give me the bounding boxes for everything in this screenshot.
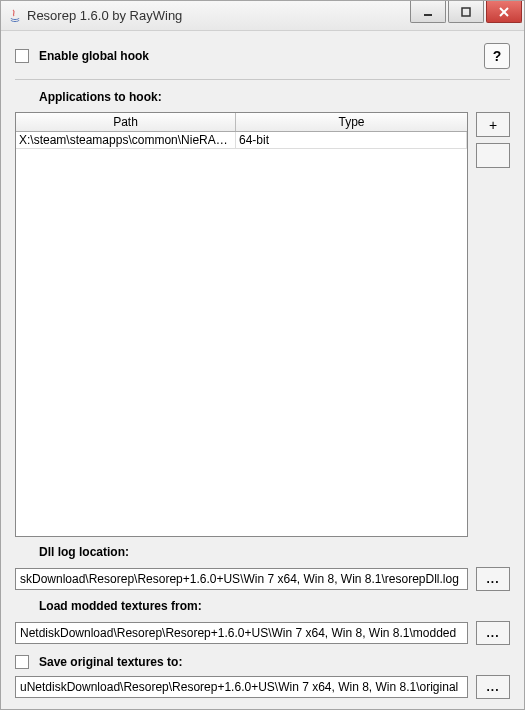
enable-global-hook-label: Enable global hook [39,49,149,63]
close-button[interactable] [486,1,522,23]
minimize-button[interactable] [410,1,446,23]
enable-global-hook-checkbox[interactable] [15,49,29,63]
content-area: Enable global hook ? Applications to hoo… [1,31,524,709]
cell-type: 64-bit [236,132,467,148]
save-original-heading: Save original textures to: [39,655,182,669]
add-application-button[interactable]: + [476,112,510,137]
save-original-input[interactable] [15,676,468,698]
svg-rect-1 [462,8,470,16]
applications-table[interactable]: Path Type X:\steam\steamapps\common\NieR… [15,112,468,537]
app-window: Resorep 1.6.0 by RayWing Enable global h… [0,0,525,710]
maximize-icon [461,7,471,17]
window-controls [410,1,524,30]
help-button[interactable]: ? [484,43,510,69]
table-row[interactable]: X:\steam\steamapps\common\NieRAu... 64-b… [16,132,467,149]
dll-log-input[interactable] [15,568,468,590]
applications-heading: Applications to hook: [39,90,510,104]
modded-textures-input[interactable] [15,622,468,644]
modded-textures-heading: Load modded textures from: [39,599,510,613]
save-original-browse-button[interactable]: ... [476,675,510,699]
window-title: Resorep 1.6.0 by RayWing [27,8,410,23]
divider [15,79,510,80]
plus-icon: + [489,117,497,133]
column-header-path[interactable]: Path [16,113,236,131]
dll-log-heading: Dll log location: [39,545,510,559]
maximize-button[interactable] [448,1,484,23]
help-icon: ? [493,48,502,64]
save-original-checkbox[interactable] [15,655,29,669]
dll-log-browse-button[interactable]: ... [476,567,510,591]
modded-textures-browse-button[interactable]: ... [476,621,510,645]
java-icon [7,8,23,24]
remove-application-button[interactable] [476,143,510,168]
cell-path: X:\steam\steamapps\common\NieRAu... [16,132,236,148]
minimize-icon [423,7,433,17]
titlebar: Resorep 1.6.0 by RayWing [1,1,524,31]
close-icon [499,7,509,17]
column-header-type[interactable]: Type [236,113,467,131]
